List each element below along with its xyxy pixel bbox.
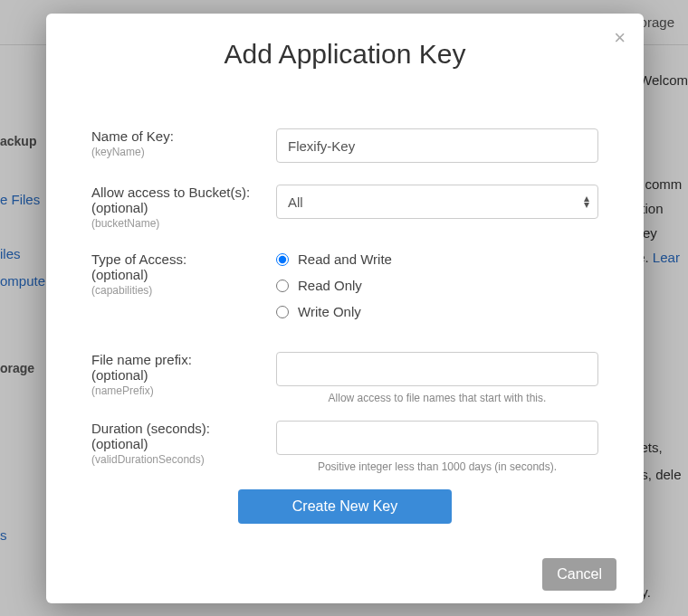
param-access: (capabilities) bbox=[91, 284, 265, 297]
param-prefix: (namePrefix) bbox=[91, 384, 265, 397]
bucket-select[interactable]: All bbox=[276, 185, 598, 219]
param-bucket: (bucketName) bbox=[91, 217, 265, 230]
row-key-name: Name of Key: (keyName) bbox=[91, 128, 598, 163]
modal-footer: Cancel bbox=[46, 542, 644, 611]
radio-ro-input[interactable] bbox=[276, 280, 289, 292]
label-name-prefix: File name prefix: bbox=[91, 352, 265, 367]
param-key-name: (keyName) bbox=[91, 146, 265, 158]
label-access-type: Type of Access: bbox=[91, 251, 265, 267]
radio-write-only[interactable]: Write Only bbox=[276, 304, 598, 319]
radio-read-only[interactable]: Read Only bbox=[276, 278, 598, 293]
radio-wo-input[interactable] bbox=[276, 306, 289, 318]
radio-wo-label: Write Only bbox=[298, 304, 361, 319]
label-key-name: Name of Key: bbox=[91, 128, 265, 144]
label-bucket-access: Allow access to Bucket(s): bbox=[91, 185, 265, 200]
helper-name-prefix: Allow access to file names that start wi… bbox=[276, 392, 598, 404]
key-name-input[interactable] bbox=[276, 128, 598, 163]
name-prefix-input[interactable] bbox=[276, 352, 598, 386]
radio-ro-label: Read Only bbox=[298, 278, 362, 293]
label-access-optional: (optional) bbox=[91, 267, 265, 282]
cancel-button[interactable]: Cancel bbox=[542, 558, 616, 591]
label-duration: Duration (seconds): bbox=[91, 421, 265, 436]
add-app-key-modal: × Add Application Key Name of Key: (keyN… bbox=[46, 14, 644, 603]
create-key-button[interactable]: Create New Key bbox=[238, 489, 453, 524]
param-duration: (validDurationSeconds) bbox=[91, 453, 265, 466]
helper-duration: Positive integer less than 1000 days (in… bbox=[276, 460, 598, 473]
row-duration: Duration (seconds): (optional) (validDur… bbox=[91, 421, 598, 473]
modal-body: Name of Key: (keyName) Allow access to B… bbox=[46, 88, 644, 542]
radio-rw-input[interactable] bbox=[276, 253, 289, 266]
radio-rw-label: Read and Write bbox=[298, 251, 392, 267]
label-prefix-optional: (optional) bbox=[91, 367, 265, 383]
close-icon[interactable]: × bbox=[614, 28, 626, 48]
radio-read-write[interactable]: Read and Write bbox=[276, 251, 598, 267]
row-bucket-access: Allow access to Bucket(s): (optional) (b… bbox=[91, 185, 598, 230]
modal-header: × Add Application Key bbox=[46, 14, 644, 88]
label-bucket-optional: (optional) bbox=[91, 200, 265, 215]
modal-title: Add Application Key bbox=[64, 39, 626, 70]
label-duration-optional: (optional) bbox=[91, 436, 265, 451]
duration-input[interactable] bbox=[276, 421, 598, 455]
row-access-type: Type of Access: (optional) (capabilities… bbox=[91, 251, 598, 330]
row-name-prefix: File name prefix: (optional) (namePrefix… bbox=[91, 352, 598, 404]
